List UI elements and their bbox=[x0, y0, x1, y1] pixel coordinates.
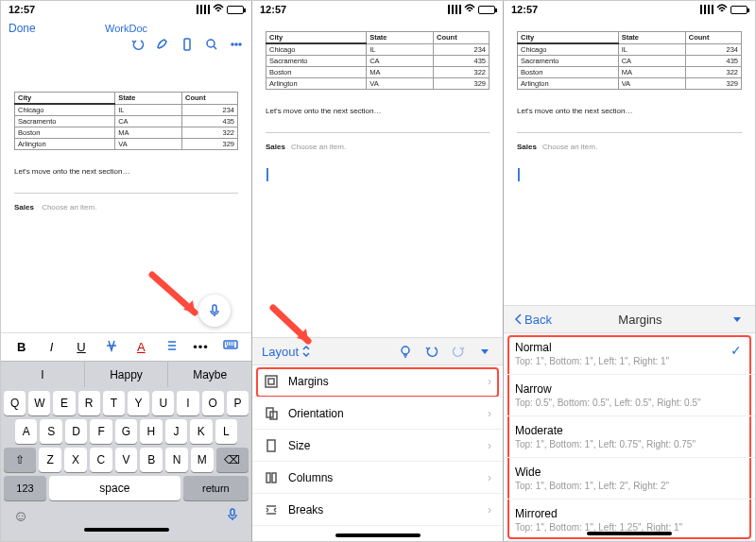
lightbulb-icon[interactable] bbox=[397, 343, 414, 360]
text-cursor: | bbox=[517, 166, 742, 181]
key-i[interactable]: I bbox=[177, 391, 198, 415]
status-bar: 12:57 bbox=[1, 1, 251, 18]
key-j[interactable]: J bbox=[165, 419, 187, 444]
status-bar: 12:57 bbox=[252, 1, 503, 18]
underline-button[interactable]: U bbox=[72, 340, 91, 354]
status-bar: 12:57 bbox=[504, 1, 755, 18]
key-s[interactable]: S bbox=[40, 419, 61, 444]
redo-icon[interactable] bbox=[450, 343, 467, 360]
svg-rect-7 bbox=[231, 509, 234, 516]
svg-rect-5 bbox=[213, 305, 216, 313]
divider bbox=[14, 193, 238, 194]
collapse-icon[interactable] bbox=[476, 343, 493, 360]
key-v[interactable]: V bbox=[115, 448, 138, 472]
table-row: SacramentoCA435 bbox=[15, 116, 238, 127]
bold-button[interactable]: B bbox=[12, 340, 31, 354]
list-button[interactable] bbox=[162, 339, 180, 355]
emoji-key[interactable]: ☺ bbox=[13, 508, 28, 525]
more-format-button[interactable]: ••• bbox=[192, 340, 211, 354]
key-t[interactable]: T bbox=[103, 391, 125, 415]
key-d[interactable]: D bbox=[65, 419, 87, 444]
key-m[interactable]: M bbox=[191, 448, 214, 472]
key-q[interactable]: Q bbox=[4, 391, 26, 415]
done-button[interactable]: Done bbox=[9, 22, 46, 35]
key-n[interactable]: N bbox=[165, 448, 188, 472]
menu-size[interactable]: Size› bbox=[252, 430, 503, 462]
menu-margins[interactable]: Margins› bbox=[252, 365, 503, 398]
wifi-icon bbox=[213, 4, 224, 15]
svg-point-2 bbox=[232, 43, 233, 45]
space-key[interactable]: space bbox=[49, 476, 180, 500]
svg-point-8 bbox=[402, 347, 409, 354]
wifi-icon bbox=[464, 4, 475, 15]
table-row: ChicagoIL234 bbox=[15, 104, 238, 116]
body-text: Let's move onto the next section… bbox=[14, 167, 238, 176]
key-u[interactable]: U bbox=[152, 391, 174, 415]
shift-key[interactable]: ⇧ bbox=[4, 448, 36, 472]
predict-2[interactable]: Happy bbox=[85, 362, 169, 387]
columns-icon bbox=[264, 470, 279, 485]
back-button[interactable]: Back bbox=[513, 313, 552, 327]
backspace-key[interactable]: ⌫ bbox=[216, 448, 249, 472]
svg-point-1 bbox=[207, 40, 215, 47]
strike-button[interactable] bbox=[102, 339, 121, 355]
undo-icon[interactable] bbox=[423, 343, 440, 360]
margin-option-normal[interactable]: NormalTop: 1", Bottom: 1", Left: 1", Rig… bbox=[504, 333, 755, 375]
keyboard-toggle-button[interactable] bbox=[221, 340, 240, 354]
margin-option-narrow[interactable]: NarrowTop: 0.5", Bottom: 0.5", Left: 0.5… bbox=[504, 375, 755, 416]
margin-option-moderate[interactable]: ModerateTop: 1", Bottom: 1", Left: 0.75"… bbox=[504, 416, 755, 458]
key-h[interactable]: H bbox=[140, 419, 162, 444]
key-a[interactable]: A bbox=[15, 419, 37, 444]
menu-orientation[interactable]: Orientation› bbox=[252, 398, 503, 430]
margins-options: NormalTop: 1", Bottom: 1", Left: 1", Rig… bbox=[504, 333, 755, 541]
key-c[interactable]: C bbox=[90, 448, 112, 472]
signal-icon bbox=[448, 5, 461, 14]
data-table[interactable]: City State Count ChicagoIL234 Sacramento… bbox=[14, 92, 238, 150]
predict-1[interactable]: I bbox=[1, 362, 85, 387]
num-key[interactable]: 123 bbox=[4, 476, 46, 500]
document-body[interactable]: City State Count ChicagoIL234 Sacramento… bbox=[1, 54, 251, 332]
document-body-2[interactable]: CityStateCount ChicagoIL234 SacramentoCA… bbox=[252, 18, 503, 337]
svg-point-3 bbox=[235, 43, 237, 45]
search-icon[interactable] bbox=[204, 37, 219, 52]
wifi-icon bbox=[716, 4, 728, 15]
key-p[interactable]: P bbox=[227, 391, 249, 415]
predict-3[interactable]: Maybe bbox=[168, 362, 251, 387]
size-icon bbox=[264, 438, 279, 453]
key-k[interactable]: K bbox=[190, 419, 212, 444]
ribbon-tab-layout[interactable]: Layout bbox=[262, 345, 311, 359]
menu-columns[interactable]: Columns› bbox=[252, 462, 503, 494]
svg-rect-9 bbox=[266, 376, 277, 387]
key-o[interactable]: O bbox=[202, 391, 224, 415]
key-l[interactable]: L bbox=[215, 419, 237, 444]
draw-icon[interactable] bbox=[155, 37, 170, 52]
device-icon[interactable] bbox=[180, 37, 195, 52]
mic-key[interactable] bbox=[226, 508, 239, 525]
battery-icon bbox=[478, 6, 495, 14]
collapse-icon[interactable] bbox=[729, 311, 746, 328]
table-row: ArlingtonVA329 bbox=[15, 139, 238, 150]
undo-icon[interactable] bbox=[130, 37, 146, 52]
key-g[interactable]: G bbox=[115, 419, 137, 444]
key-z[interactable]: Z bbox=[39, 448, 61, 472]
key-y[interactable]: Y bbox=[128, 391, 149, 415]
menu-breaks[interactable]: Breaks› bbox=[252, 494, 503, 526]
key-b[interactable]: B bbox=[140, 448, 163, 472]
home-indicator bbox=[84, 528, 169, 532]
dictate-button[interactable] bbox=[198, 295, 231, 327]
key-w[interactable]: W bbox=[28, 391, 50, 415]
doc-title: WorkDoc bbox=[46, 23, 206, 34]
margin-option-wide[interactable]: WideTop: 1", Bottom: 1", Left: 2", Right… bbox=[504, 458, 755, 500]
document-body-3[interactable]: CityStateCount ChicagoIL234 SacramentoCA… bbox=[504, 18, 755, 305]
key-f[interactable]: F bbox=[90, 419, 112, 444]
overflow-icon[interactable] bbox=[229, 37, 244, 52]
chevron-right-icon: › bbox=[488, 375, 491, 388]
key-r[interactable]: R bbox=[78, 391, 100, 415]
signal-icon bbox=[700, 5, 713, 14]
italic-button[interactable]: I bbox=[42, 340, 60, 354]
return-key[interactable]: return bbox=[183, 476, 249, 500]
key-x[interactable]: X bbox=[64, 448, 87, 472]
breaks-icon bbox=[264, 502, 279, 517]
key-e[interactable]: E bbox=[53, 391, 75, 415]
font-button[interactable]: A bbox=[131, 340, 150, 354]
